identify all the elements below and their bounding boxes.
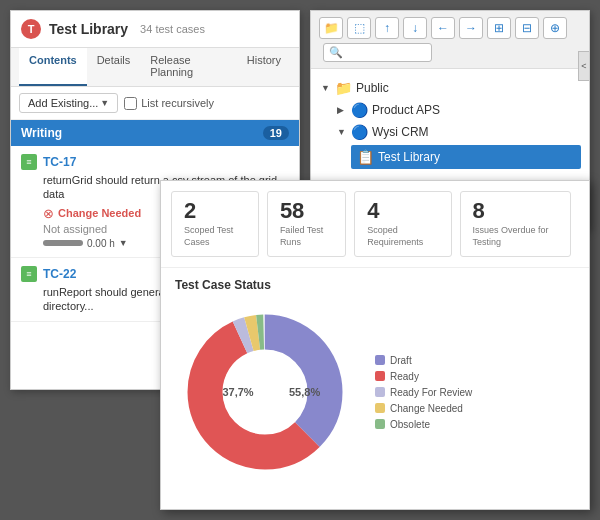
legend-label-change-needed: Change Needed: [390, 403, 463, 414]
tc22-id[interactable]: TC-22: [43, 267, 76, 281]
stat-card-scoped-req: 4 Scoped Requirements: [354, 191, 451, 257]
legend-label-obsolete: Obsolete: [390, 419, 430, 430]
stats-row: 2 Scoped Test Cases 58 Failed Test Runs …: [161, 181, 589, 268]
tree-item-product-aps[interactable]: ▶ 🔵 Product APS: [335, 99, 581, 121]
expand-arrow-icon: ▶: [337, 105, 347, 115]
tree-label-wysi-crm: Wysi CRM: [372, 125, 429, 139]
stat-card-failed-runs: 58 Failed Test Runs: [267, 191, 346, 257]
time-bar: [43, 240, 83, 246]
stat-issues-label: Issues Overdue for Testing: [473, 225, 558, 248]
chart-area: 37,7% 55,8% Draft Ready Ready For Review: [175, 302, 575, 482]
expand-arrow-icon: ▼: [321, 83, 331, 93]
tree-toolbar: 📁 ⬚ ↑ ↓ ← → ⊞ ⊟ ⊕ 🔍: [311, 11, 589, 69]
test-count: 34 test cases: [140, 23, 205, 35]
add-existing-label: Add Existing...: [28, 97, 98, 109]
tree-item-test-library[interactable]: 📋 Test Library: [351, 145, 581, 169]
stat-issues-number: 8: [473, 200, 558, 222]
crm-children: 📋 Test Library: [351, 145, 581, 169]
folder-icon: 📁: [335, 80, 352, 96]
legend-dot-draft: [375, 355, 385, 365]
tab-history[interactable]: History: [237, 48, 291, 86]
stat-scoped-tests-number: 2: [184, 200, 246, 222]
product-icon: 🔵: [351, 102, 368, 118]
panel-title: Test Library: [49, 21, 128, 37]
section-header: Writing 19: [11, 120, 299, 146]
change-needed-label: Change Needed: [58, 207, 141, 219]
tree-btn-right[interactable]: →: [459, 17, 483, 39]
list-recursive-checkbox[interactable]: [124, 97, 137, 110]
tab-release-planning[interactable]: Release Planning: [140, 48, 236, 86]
tree-btn-grid1[interactable]: ⊞: [487, 17, 511, 39]
tc17-id[interactable]: TC-17: [43, 155, 76, 169]
list-recursive-row: List recursively: [124, 97, 214, 110]
stat-scoped-req-label: Scoped Requirements: [367, 225, 438, 248]
section-name: Writing: [21, 126, 62, 140]
tree-btn-grid2[interactable]: ⊟: [515, 17, 539, 39]
donut-label-right: 55,8%: [289, 386, 320, 398]
chart-title: Test Case Status: [175, 278, 575, 292]
stat-failed-runs-number: 58: [280, 200, 333, 222]
crm-icon: 🔵: [351, 124, 368, 140]
test-library-icon: T: [21, 19, 41, 39]
time-dropdown-icon[interactable]: ▼: [119, 238, 128, 248]
legend-label-ready: Ready: [390, 371, 419, 382]
stats-panel: 2 Scoped Test Cases 58 Failed Test Runs …: [160, 180, 590, 510]
stat-card-issues: 8 Issues Overdue for Testing: [460, 191, 571, 257]
tc17-icon: ≡: [21, 154, 37, 170]
legend-label-ready-review: Ready For Review: [390, 387, 472, 398]
stat-scoped-tests-label: Scoped Test Cases: [184, 225, 246, 248]
tab-contents[interactable]: Contents: [19, 48, 87, 86]
tree-btn-left[interactable]: ←: [431, 17, 455, 39]
donut-chart: 37,7% 55,8%: [175, 302, 355, 482]
legend-item-ready: Ready: [375, 371, 472, 382]
stat-scoped-req-number: 4: [367, 200, 438, 222]
legend-label-draft: Draft: [390, 355, 412, 366]
legend-dot-ready: [375, 371, 385, 381]
legend-item-draft: Draft: [375, 355, 472, 366]
tree-btn-copy[interactable]: ⬚: [347, 17, 371, 39]
legend-dot-ready-review: [375, 387, 385, 397]
legend-item-obsolete: Obsolete: [375, 419, 472, 430]
list-recursive-label: List recursively: [141, 97, 214, 109]
tree-label-public: Public: [356, 81, 389, 95]
tree-btn-up[interactable]: ↑: [375, 17, 399, 39]
tc22-icon: ≡: [21, 266, 37, 282]
expand-arrow-icon: ▼: [337, 127, 347, 137]
legend-dot-obsolete: [375, 419, 385, 429]
warning-icon: ⊗: [43, 206, 54, 221]
tree-btn-target[interactable]: ⊕: [543, 17, 567, 39]
tc17-header: ≡ TC-17: [21, 154, 289, 170]
stat-card-scoped-tests: 2 Scoped Test Cases: [171, 191, 259, 257]
donut-svg: [175, 302, 355, 482]
section-count-badge: 19: [263, 126, 289, 140]
panel-collapse-button[interactable]: <: [578, 51, 590, 81]
tab-details[interactable]: Details: [87, 48, 141, 86]
chart-legend: Draft Ready Ready For Review Change Need…: [375, 355, 472, 430]
panel-header: T Test Library 34 test cases: [11, 11, 299, 48]
tree-btn-down[interactable]: ↓: [403, 17, 427, 39]
stat-failed-runs-label: Failed Test Runs: [280, 225, 333, 248]
tree-label-test-library: Test Library: [378, 150, 440, 164]
tree-label-product-aps: Product APS: [372, 103, 440, 117]
legend-dot-change-needed: [375, 403, 385, 413]
public-children: ▶ 🔵 Product APS ▼ 🔵 Wysi CRM 📋 Test Libr…: [335, 99, 581, 169]
chart-section: Test Case Status 37: [161, 268, 589, 492]
test-library-tree-icon: 📋: [357, 149, 374, 165]
donut-label-left: 37,7%: [222, 386, 253, 398]
legend-item-ready-review: Ready For Review: [375, 387, 472, 398]
dropdown-arrow-icon: ▼: [100, 98, 109, 108]
content-toolbar: Add Existing... ▼ List recursively: [11, 87, 299, 120]
tree-search-input[interactable]: [346, 47, 426, 59]
add-existing-button[interactable]: Add Existing... ▼: [19, 93, 118, 113]
tree-item-wysi-crm[interactable]: ▼ 🔵 Wysi CRM: [335, 121, 581, 143]
tree-btn-folder[interactable]: 📁: [319, 17, 343, 39]
tree-search-box: 🔍: [323, 43, 432, 62]
tabs-bar: Contents Details Release Planning Histor…: [11, 48, 299, 87]
time-value: 0.00 h: [87, 238, 115, 249]
search-icon: 🔍: [329, 46, 343, 59]
legend-item-change-needed: Change Needed: [375, 403, 472, 414]
tree-item-public[interactable]: ▼ 📁 Public: [319, 77, 581, 99]
